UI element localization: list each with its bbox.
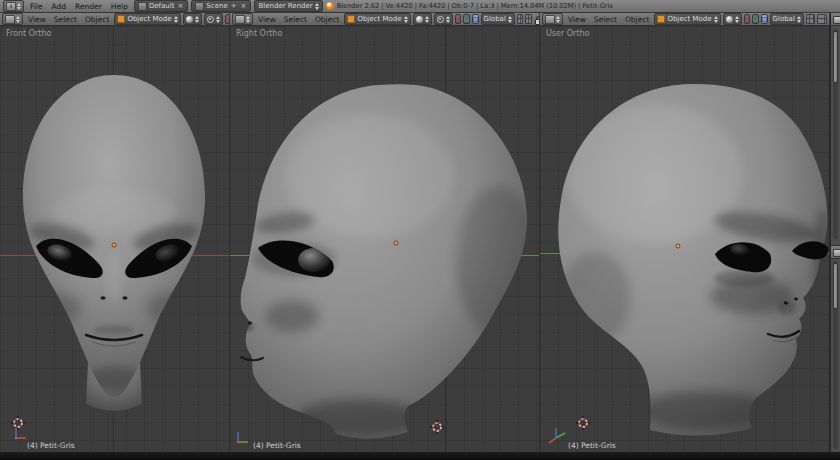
orientation-value: Global [773,15,795,23]
chevron-updown-icon [174,16,178,23]
mode-dropdown[interactable]: Object Mode [114,13,180,25]
editor-type-selector[interactable] [2,13,23,25]
manipulator-rotate-button[interactable] [463,14,470,24]
chevron-updown-icon [446,16,450,23]
viewport-user-ortho[interactable]: User Ortho (4) Petit-Gris [540,26,830,452]
screen-layout-selector[interactable]: Default × [134,0,188,12]
editor-type-selector[interactable]: i [3,0,24,12]
browse-screens-icon [138,2,147,11]
mode-value: Object Mode [127,15,171,23]
menu-help[interactable]: Help [108,2,131,11]
render-engine-selector[interactable]: Blender Render [254,0,322,12]
object-origin-dot [112,243,116,247]
info-editor-icon: i [6,2,16,11]
layer-grid[interactable] [525,14,532,24]
pivot-dropdown[interactable] [434,13,453,25]
scale-box-icon [473,17,478,22]
viewport-right-ortho[interactable]: Right Ortho (4) Petit-Gris [230,26,540,452]
manipulator-translate-button[interactable] [744,14,750,24]
manipulator-scale-button[interactable] [761,14,768,24]
alien-head-front-render [0,26,229,452]
view3d-editor-icon [5,15,15,24]
shading-dropdown[interactable] [413,13,432,25]
chevron-updown-icon [16,16,20,23]
chevron-updown-icon [735,16,739,23]
mode-dropdown[interactable]: Object Mode [344,13,410,25]
mini-axis-gizmo [230,428,252,452]
scrollbar-thumb[interactable] [833,31,838,83]
view3d-editor-icon [235,15,245,24]
translate-arrow-icon [456,17,460,22]
object-origin-dot [394,241,398,245]
chevron-updown-icon [797,16,801,23]
menu-file[interactable]: File [27,2,46,11]
layer-grid[interactable] [517,14,524,24]
object-mode-icon [117,15,125,23]
shading-dropdown[interactable] [723,13,742,25]
layer-grid[interactable] [817,14,827,24]
menu-object[interactable]: Object [312,15,342,24]
chevron-updown-icon [315,3,319,10]
solid-shading-icon [186,16,193,23]
close-icon[interactable]: × [240,2,248,10]
menu-render[interactable]: Render [72,2,105,11]
solid-shading-icon [726,16,733,23]
chevron-updown-icon [556,16,560,23]
mode-dropdown[interactable]: Object Mode [654,13,720,25]
manipulator-translate-button[interactable] [455,14,461,24]
manipulator-scale-button[interactable] [472,14,479,24]
alien-head-threequarter-render [540,26,830,452]
shading-dropdown[interactable] [183,13,202,25]
manipulator-rotate-button[interactable] [752,14,759,24]
object-mode-icon [347,15,355,23]
viewport-header-user: View Select Object Object Mode Global [540,13,830,26]
render-engine-value: Blender Render [258,2,312,10]
properties-editor-icon [833,249,840,257]
menu-add[interactable]: Add [49,2,70,11]
outliner-header[interactable] [831,13,840,26]
menu-view[interactable]: View [565,15,589,24]
chevron-updown-icon [216,16,220,23]
orientation-dropdown[interactable]: Global [770,13,804,25]
menu-view[interactable]: View [255,15,279,24]
object-mode-icon [657,15,665,23]
scene-statistics: Blender 2.62 | Ve:4420 | Fa:4420 | Ob:0-… [337,2,613,10]
viewport-header-right: View Select Object Object Mode Global [230,13,540,26]
menu-select[interactable]: Select [51,15,80,24]
menu-select[interactable]: Select [591,15,620,24]
alien-head-profile-render [230,26,539,452]
chevron-updown-icon [17,3,21,10]
window-bottom-edge [0,452,840,460]
viewport-front-ortho[interactable]: Front Ortho (4) Petit-Gris [0,26,230,452]
close-icon[interactable]: × [176,2,184,10]
editor-type-selector[interactable] [542,13,563,25]
pivot-point-icon [207,16,214,23]
menu-object[interactable]: Object [82,15,112,24]
properties-header[interactable] [831,245,840,259]
translate-arrow-icon [226,17,230,22]
chevron-updown-icon [246,16,250,23]
scrollbar-thumb[interactable] [833,263,838,309]
lock-icon[interactable] [535,16,537,23]
cursor-3d-icon [576,416,590,430]
viewport-header-front: View Select Object Object Mode [0,13,230,26]
scene-selector[interactable]: Scene + × [191,0,251,12]
viewport-label: Front Ortho [6,29,51,38]
layer-grid[interactable] [806,14,816,24]
pivot-dropdown[interactable] [204,13,223,25]
plus-icon[interactable]: + [230,2,238,10]
viewport-label: Right Ortho [236,29,282,38]
orientation-value: Global [484,15,506,23]
solid-shading-icon [416,16,423,23]
menu-view[interactable]: View [25,15,49,24]
browse-scenes-icon [195,2,204,11]
rotate-arc-icon [753,17,758,22]
chevron-updown-icon [714,16,718,23]
mode-value: Object Mode [667,15,711,23]
menu-select[interactable]: Select [281,15,310,24]
orientation-dropdown[interactable]: Global [481,13,515,25]
chevron-updown-icon [404,16,408,23]
info-header: i File Add Render Help Default × Scene +… [0,0,840,13]
menu-object[interactable]: Object [622,15,652,24]
editor-type-selector[interactable] [232,13,253,25]
